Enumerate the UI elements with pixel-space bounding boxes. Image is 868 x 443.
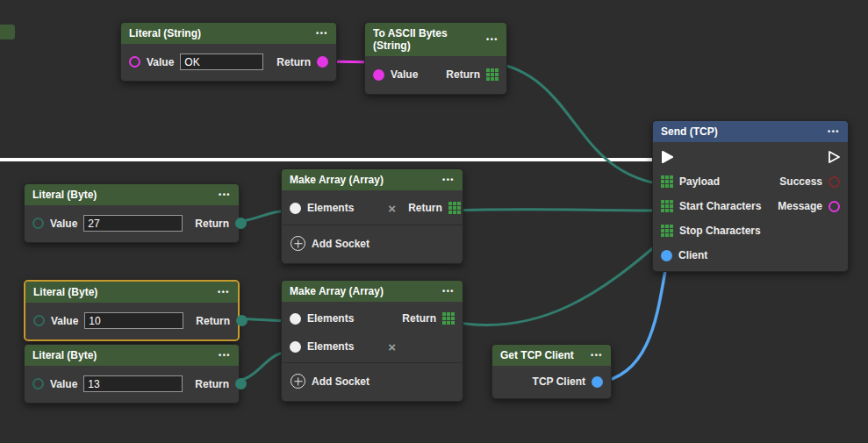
node-send-tcp[interactable]: Send (TCP) ••• Payload Success Start Cha… [652,120,849,272]
add-socket-icon [291,374,305,389]
node-header[interactable]: Literal (Byte) ••• [25,184,239,205]
node-row: Elements Return [282,304,463,332]
node-header[interactable]: Literal (Byte) ••• [25,345,239,366]
output-array-socket-return[interactable] [448,202,461,214]
divider [282,225,463,225]
node-menu-icon[interactable]: ••• [316,28,328,39]
wire-array1-to-startchars[interactable] [448,210,667,211]
node-menu-icon[interactable]: ••• [442,175,455,185]
node-menu-icon[interactable]: ••• [218,287,230,297]
node-header[interactable]: Make Array (Array) ••• [282,169,463,190]
node-header[interactable]: To ASCII Bytes (String) ••• [365,23,506,56]
node-header[interactable]: Get TCP Client ••• [492,345,611,366]
node-editor-canvas[interactable]: Literal (String) ••• Value Return To ASC… [0,0,868,443]
node-header[interactable]: Make Array (Array) ••• [282,281,463,302]
node-row: Elements × [282,332,463,361]
node-row: Value Return [25,305,238,336]
return-label: Return [195,218,229,230]
elements-label: Elements [307,340,354,353]
node-literal-string[interactable]: Literal (String) ••• Value Return [120,22,337,82]
node-row: Value Return [25,368,239,399]
node-row: TCP Client [492,368,611,395]
input-socket-client[interactable] [661,250,672,261]
input-socket-value[interactable] [32,378,44,389]
client-label: Client [678,249,707,261]
stop-characters-label: Stop Characters [679,225,761,237]
output-array-socket-return[interactable] [486,68,499,81]
value-label: Value [51,315,78,327]
value-input[interactable] [83,375,183,392]
input-socket-elements-2[interactable] [290,341,301,353]
node-title: Literal (Byte) [33,286,97,298]
node-title: Make Array (Array) [290,174,384,186]
output-socket-return[interactable] [235,378,247,389]
message-label: Message [778,200,822,212]
add-socket-button[interactable]: Add Socket [282,227,463,260]
input-socket-value[interactable] [33,315,45,326]
node-title: Literal (Byte) [32,189,97,201]
node-literal-byte-27[interactable]: Literal (Byte) ••• Value Return [24,183,240,243]
node-menu-icon[interactable]: ••• [442,286,455,297]
node-menu-icon[interactable]: ••• [219,350,231,361]
node-make-array-1[interactable]: Make Array (Array) ••• Elements × Return… [281,168,463,264]
node-title: Make Array (Array) [290,285,384,297]
value-label: Value [50,218,77,230]
node-row: Value Return [25,208,239,239]
node-menu-icon[interactable]: ••• [219,189,231,200]
output-socket-tcp-client[interactable] [592,376,603,388]
wire-array2-to-stopchars[interactable] [448,236,667,325]
node-get-tcp-client[interactable]: Get TCP Client ••• TCP Client [491,344,612,399]
offscreen-node-fragment[interactable] [0,25,15,39]
input-socket-elements[interactable] [290,203,301,214]
wire-ascii-to-payload[interactable] [492,62,667,185]
value-input[interactable] [84,312,183,329]
exec-input-socket[interactable] [660,150,674,164]
divider [282,362,463,363]
add-socket-label: Add Socket [312,238,369,250]
input-socket-elements-1[interactable] [290,313,301,325]
add-socket-icon [291,236,305,251]
exec-row [653,145,848,169]
node-title: To ASCII Bytes (String) [373,27,486,52]
node-header[interactable]: Send (TCP) ••• [653,121,848,142]
node-header[interactable]: Literal (String) ••• [121,23,336,44]
node-row: Elements × Return [282,193,463,223]
node-menu-icon[interactable]: ••• [591,350,603,361]
exec-output-socket[interactable] [827,150,841,164]
node-menu-icon[interactable]: ••• [486,34,499,45]
input-array-socket-start-characters[interactable] [661,200,673,212]
output-array-socket-return[interactable] [442,312,455,325]
value-input[interactable] [180,54,263,70]
output-socket-return[interactable] [317,56,328,68]
value-label: Value [50,378,77,390]
elements-label: Elements [307,202,354,214]
node-literal-byte-10[interactable]: Literal (Byte) ••• Value Return [24,280,240,341]
input-socket-value[interactable] [373,69,384,81]
elements-label: Elements [307,312,354,325]
node-row: Payload Success [653,169,848,194]
value-input[interactable] [83,215,183,232]
node-to-ascii-bytes[interactable]: To ASCII Bytes (String) ••• Value Return [364,22,507,95]
value-label: Value [147,56,174,68]
output-socket-message[interactable] [829,201,840,212]
output-socket-return[interactable] [236,315,247,326]
node-row: Start Characters Message [653,194,848,218]
return-label: Return [276,56,311,68]
node-header[interactable]: Literal (Byte) ••• [25,282,238,303]
node-literal-byte-13[interactable]: Literal (Byte) ••• Value Return [24,344,240,404]
output-socket-success[interactable] [829,176,840,188]
node-title: Send (TCP) [661,125,718,138]
node-menu-icon[interactable]: ••• [828,126,840,137]
node-make-array-2[interactable]: Make Array (Array) ••• Elements Return E… [281,280,463,402]
tcp-client-label: TCP Client [533,375,585,388]
node-title: Get TCP Client [500,349,574,361]
remove-socket-icon[interactable]: × [388,341,396,353]
input-socket-value[interactable] [32,218,44,229]
input-array-socket-payload[interactable] [661,175,673,188]
input-socket-value[interactable] [129,56,140,68]
add-socket-button[interactable]: Add Socket [282,365,463,397]
remove-socket-icon[interactable]: × [388,203,396,214]
input-array-socket-stop-characters[interactable] [661,225,673,237]
node-row: Value Return [121,46,336,77]
output-socket-return[interactable] [235,218,247,229]
